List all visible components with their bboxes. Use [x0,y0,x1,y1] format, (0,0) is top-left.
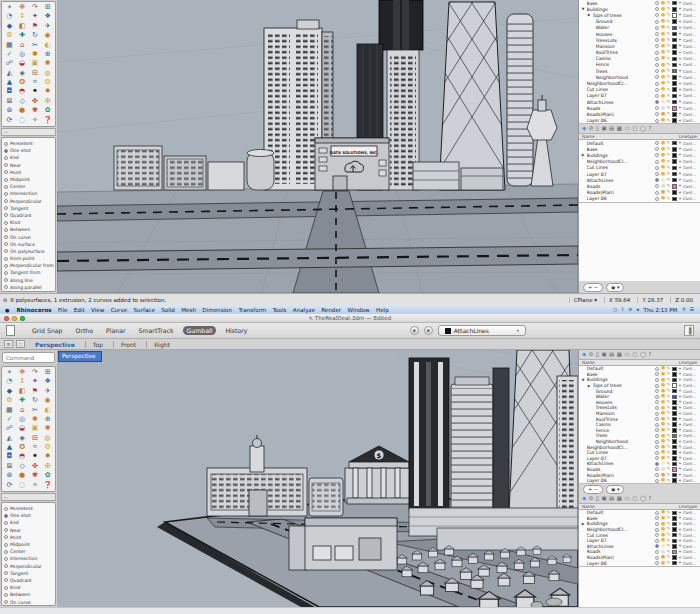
material-icon[interactable]: ✦ [678,522,681,526]
layer-linetype[interactable]: Cont… [683,190,698,195]
panel-tool-icon[interactable]: ▦ [617,126,622,132]
material-icon[interactable]: ✦ [678,400,681,404]
visibility-bulb-icon[interactable]: ● [661,178,665,183]
tool-icon[interactable]: ✂ [29,41,42,50]
layer-color-swatch[interactable] [672,26,677,31]
lock-icon[interactable]: ✎ [667,522,671,526]
menu-item[interactable]: File [55,307,71,313]
material-icon[interactable]: ✦ [678,533,681,537]
layer-row[interactable]: Layer 06 ● ✎ ✦ Cont… [579,478,700,484]
tool-icon[interactable]: ◧ [16,22,29,31]
current-layer-radio[interactable] [655,100,659,104]
material-icon[interactable]: ✦ [678,20,681,24]
tool-icon[interactable]: ▣ [29,59,42,68]
material-icon[interactable]: ✦ [678,412,681,416]
current-layer-radio[interactable] [655,178,659,182]
menubar-status-icon[interactable]: ○ [611,307,619,312]
osnap-option[interactable]: Center [2,183,55,190]
current-layer-radio[interactable] [655,434,659,438]
layer-linetype[interactable]: Cont… [683,56,698,61]
osnap-option[interactable]: Perpendicular [2,563,55,570]
current-layer-radio[interactable] [655,147,659,151]
layer-linetype[interactable]: Cont… [683,533,698,538]
radio-icon[interactable] [4,557,8,561]
expander-icon[interactable]: ▶ [581,153,585,157]
tool-icon[interactable]: ◉ [41,396,54,405]
osnap-option[interactable]: Persistent [2,140,55,147]
menu-item[interactable]: Render [318,307,344,313]
tool-icon[interactable]: ⊕ [41,50,54,59]
menu-item[interactable]: Help [373,307,392,313]
current-layer-radio[interactable] [655,57,659,61]
menu-item[interactable]: Transform [235,307,269,313]
visibility-bulb-icon[interactable]: ● [661,69,665,74]
layer-linetype[interactable]: Cont… [683,118,698,123]
tool-icon[interactable]: ◇ [16,97,29,106]
material-icon[interactable]: ✦ [678,26,681,30]
layer-linetype[interactable]: Cont… [683,172,698,177]
layer-linetype[interactable]: Cont… [683,527,698,532]
panel-tool-icon[interactable]: ▭ [624,352,629,358]
current-layer-radio[interactable] [655,69,659,73]
lock-icon[interactable]: ✎ [667,50,671,54]
add-remove-layer-button[interactable]: + − [583,283,603,292]
layer-color-swatch[interactable] [672,166,677,171]
layer-color-swatch[interactable] [672,422,677,427]
expander-icon[interactable]: ▼ [581,7,585,11]
lock-icon[interactable]: ✎ [667,550,671,554]
toolbar-toggle[interactable]: Planar [102,326,130,335]
current-layer-radio[interactable] [655,184,659,188]
lock-icon[interactable]: ✎ [667,423,671,427]
visibility-bulb-icon[interactable]: ● [661,25,665,30]
radio-icon[interactable] [4,600,8,604]
current-layer-radio[interactable] [655,26,659,30]
material-icon[interactable]: ✦ [678,69,681,73]
osnap-option[interactable]: Quadrant [2,212,55,219]
lock-icon[interactable]: ✎ [667,75,671,79]
radio-icon[interactable] [4,199,8,203]
material-icon[interactable]: ✦ [678,178,681,182]
layer-linetype[interactable]: Cont… [683,184,698,189]
tool-icon[interactable]: ⌖ [3,368,16,377]
tool-icon[interactable]: ⌖ [3,3,16,12]
panel-tool-icon[interactable]: ? [649,126,652,132]
panel-tool-icon[interactable]: ? [649,496,652,502]
layer-color-swatch[interactable] [672,539,677,544]
panel-tool-icon[interactable]: ▣ [601,352,606,358]
layer-linetype[interactable]: Cont… [683,456,698,461]
layer-color-swatch[interactable] [672,478,677,483]
material-icon[interactable]: ✦ [678,550,681,554]
layer-color-swatch[interactable] [672,184,677,189]
osnap-option[interactable]: End [2,154,55,161]
osnap-option[interactable]: On polysurface [2,248,55,255]
current-layer-radio[interactable] [655,112,659,116]
current-layer-radio[interactable] [655,428,659,432]
add-remove-layer-button[interactable]: + − [583,485,603,494]
tool-icon[interactable]: ✾ [29,471,42,480]
layer-color-swatch[interactable] [672,178,677,183]
panel-tool-icon[interactable]: ▤ [609,496,614,502]
current-layer-radio[interactable] [655,389,659,393]
layer-linetype[interactable]: Cont… [683,112,698,117]
lock-icon[interactable]: ✎ [667,153,671,157]
viewport-tab[interactable]: Top [85,341,110,348]
current-layer-radio[interactable] [655,20,659,24]
layer-linetype[interactable]: Cont… [683,38,698,43]
material-icon[interactable]: ✦ [678,160,681,164]
osnap-option[interactable]: Intersection [2,190,55,197]
radio-icon[interactable] [4,178,8,182]
lock-icon[interactable]: ✎ [667,44,671,48]
material-icon[interactable]: ✦ [678,112,681,116]
toolbar-toggle[interactable]: History [221,326,251,335]
current-layer-radio[interactable] [655,395,659,399]
radio-icon[interactable] [4,213,8,217]
layer-color-swatch[interactable] [672,94,677,99]
lock-icon[interactable]: ✎ [667,462,671,466]
lock-icon[interactable]: ✎ [667,555,671,559]
tool-icon[interactable]: ● [16,471,29,480]
current-layer-radio[interactable] [655,412,659,416]
visibility-bulb-icon[interactable]: ● [661,50,665,55]
material-icon[interactable]: ✦ [678,544,681,548]
visibility-bulb-icon[interactable]: ● [661,106,665,111]
layer-color-swatch[interactable] [672,112,677,117]
